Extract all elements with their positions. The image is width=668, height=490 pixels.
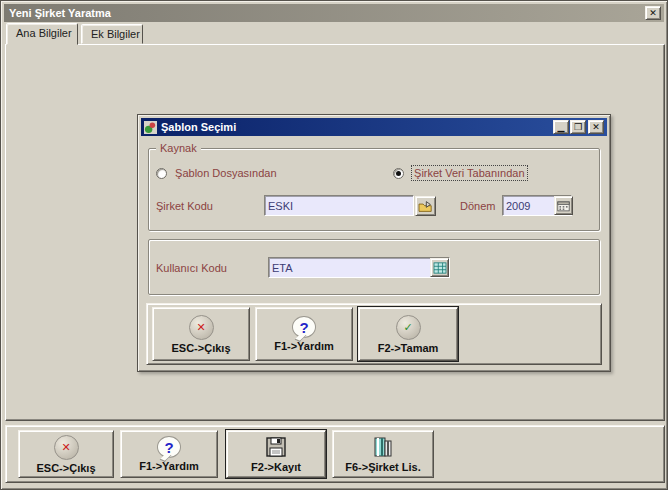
dialog-titlebar: Şablon Seçimi ▁ ❒ ✕ (141, 118, 607, 136)
button-label: F6->Şirket Lis. (345, 461, 421, 473)
tab-ana-bilgiler[interactable]: Ana Bilgiler (6, 23, 78, 45)
button-label: ESC->Çıkış (37, 462, 96, 474)
tab-ek-bilgiler[interactable]: Ek Bilgiler (81, 24, 143, 44)
modal-f1-yardim-button[interactable]: ? F1->Yardım (255, 307, 353, 361)
floppy-disk-icon (264, 435, 288, 459)
close-icon[interactable]: ✕ (588, 120, 604, 134)
calendar-button[interactable] (554, 196, 573, 215)
kullanici-kodu-label: Kullanıcı Kodu (156, 262, 227, 274)
modal-sirket-kodu-label: Şirket Kodu (156, 200, 213, 212)
maximize-icon[interactable]: ❒ (570, 120, 586, 134)
check-icon: ✓ (396, 315, 421, 340)
modal-donem-label: Dönem (460, 200, 495, 212)
app-icon (144, 121, 157, 134)
f2-kayit-button[interactable]: F2->Kayıt (226, 430, 326, 478)
browse-company-button[interactable] (415, 196, 436, 216)
dialog-button-panel: ✕ ESC->Çıkış ? F1->Yardım ✓ F2->Tamam (146, 303, 602, 365)
radio-label: Şirket Veri Tabanından (412, 166, 526, 180)
button-label: ESC->Çıkış (172, 342, 231, 354)
radio-sablon-dosyasindan[interactable]: Şablon Dosyasından (156, 167, 277, 179)
kullanici-kodu-input[interactable] (268, 257, 450, 278)
user-list-button[interactable] (430, 258, 449, 277)
radio-sirket-veri-tabanindan[interactable]: Şirket Veri Tabanından (393, 167, 527, 179)
tab-label: Ek Bilgiler (91, 28, 140, 40)
modal-f2-tamam-button[interactable]: ✓ F2->Tamam (358, 307, 458, 361)
radio-icon[interactable] (156, 168, 167, 179)
calendar-icon (557, 200, 570, 212)
f6-sirket-lis-button[interactable]: F6->Şirket Lis. (332, 430, 434, 478)
button-label: F2->Kayıt (251, 461, 301, 473)
help-icon: ? (292, 316, 316, 338)
tab-label: Ana Bilgiler (16, 27, 72, 39)
window-titlebar: Yeni Şirket Yaratma ✕ (4, 4, 664, 22)
radio-label: Şablon Dosyasından (175, 167, 277, 179)
modal-sirket-kodu-input[interactable] (264, 195, 414, 216)
dialog-title: Şablon Seçimi (161, 121, 236, 133)
f1-yardim-button[interactable]: ? F1->Yardım (120, 430, 218, 478)
help-icon: ? (157, 436, 181, 458)
company-list-icon (371, 435, 395, 459)
user-grid-icon (433, 262, 447, 274)
sablon-secimi-dialog: Şablon Seçimi ▁ ❒ ✕ Kaynak Şablon Dosyas… (137, 114, 611, 372)
close-x-icon: ✕ (189, 315, 214, 340)
window-title: Yeni Şirket Yaratma (9, 7, 111, 19)
bottom-toolbar: ✕ ESC->Çıkış ? F1->Yardım F2->Kayıt (5, 425, 665, 483)
minimize-icon[interactable]: ▁ (553, 120, 569, 134)
close-icon[interactable]: ✕ (645, 6, 661, 20)
kaynak-group: Kaynak (148, 148, 600, 231)
close-x-icon: ✕ (54, 435, 79, 460)
folder-browse-icon (418, 200, 433, 213)
button-label: F1->Yardım (139, 460, 199, 472)
radio-selected-icon[interactable] (393, 168, 404, 179)
kaynak-legend: Kaynak (156, 142, 201, 154)
main-window: Yeni Şirket Yaratma ✕ Ana Bilgiler Ek Bi… (0, 0, 668, 490)
modal-esc-cikis-button[interactable]: ✕ ESC->Çıkış (152, 307, 250, 361)
button-label: F1->Yardım (274, 340, 334, 352)
esc-cikis-button[interactable]: ✕ ESC->Çıkış (18, 430, 114, 478)
button-label: F2->Tamam (378, 342, 439, 354)
